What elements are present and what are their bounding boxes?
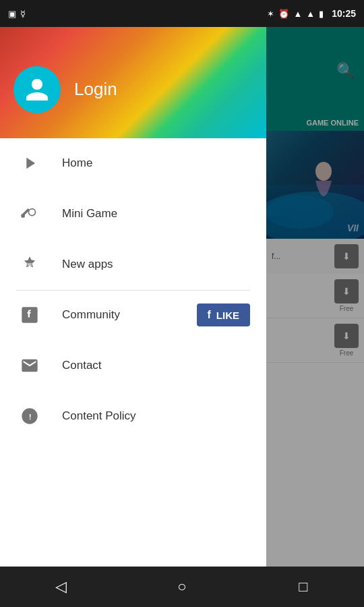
menu-item-home[interactable]: Home bbox=[0, 138, 266, 189]
menu-item-mini-game[interactable]: Mini Game bbox=[0, 189, 266, 239]
facebook-f-icon: f bbox=[208, 309, 211, 321]
back-button[interactable]: ◁ bbox=[40, 567, 81, 607]
alarm-icon: ⏰ bbox=[278, 9, 289, 19]
svg-text:NEW: NEW bbox=[28, 262, 36, 266]
menu-label-mini-game: Mini Game bbox=[62, 207, 250, 221]
side-drawer: Login Home bbox=[0, 27, 266, 580]
svg-point-4 bbox=[29, 210, 34, 215]
svg-text:!: ! bbox=[29, 412, 32, 421]
status-left-icons: ▣ ☿ bbox=[8, 9, 26, 19]
android-icon: ☿ bbox=[20, 9, 26, 19]
like-label: LIKE bbox=[216, 310, 239, 321]
menu-list: Home Mini Game bbox=[0, 138, 266, 580]
menu-label-community: Community bbox=[62, 308, 197, 322]
drawer-header: Login bbox=[0, 27, 266, 138]
menu-label-new-apps: New apps bbox=[62, 258, 250, 271]
menu-item-community[interactable]: Community f LIKE bbox=[0, 290, 266, 341]
menu-label-content-policy: Content Policy bbox=[62, 409, 250, 423]
svg-point-6 bbox=[21, 214, 25, 218]
bottom-nav: ◁ ○ □ bbox=[0, 567, 364, 607]
facebook-square-icon bbox=[16, 301, 43, 328]
home-button[interactable]: ○ bbox=[162, 567, 202, 607]
menu-item-new-apps[interactable]: NEW New apps bbox=[0, 239, 266, 290]
play-icon bbox=[16, 150, 43, 177]
status-bar: ▣ ☿ ✶ ⏰ ▲ ▲ ▮ 10:25 bbox=[0, 0, 364, 27]
info-icon: ! bbox=[16, 403, 43, 430]
status-time: 10:25 bbox=[332, 8, 356, 19]
menu-item-content-policy[interactable]: ! Content Policy bbox=[0, 391, 266, 442]
menu-item-contact[interactable]: Contact bbox=[0, 341, 266, 391]
signal-icon: ▲ bbox=[306, 9, 315, 19]
user-icon bbox=[24, 76, 51, 103]
main-content: 🔍 GAME ONLINE VII f... ⬇ ⬇ Free bbox=[0, 27, 364, 580]
login-label[interactable]: Login bbox=[74, 79, 117, 100]
screen-icon: ▣ bbox=[8, 9, 16, 19]
menu-label-contact: Contact bbox=[62, 359, 250, 372]
avatar bbox=[13, 66, 61, 113]
facebook-like-button[interactable]: f LIKE bbox=[197, 304, 251, 326]
wifi-icon: ▲ bbox=[293, 9, 302, 19]
dim-overlay bbox=[266, 27, 364, 580]
recents-button[interactable]: □ bbox=[283, 567, 324, 607]
battery-icon: ▮ bbox=[319, 9, 324, 19]
new-badge-icon: NEW bbox=[16, 251, 43, 278]
bluetooth-icon: ✶ bbox=[267, 9, 274, 19]
game-icon bbox=[16, 200, 43, 227]
email-icon bbox=[16, 352, 43, 379]
status-right-icons: ✶ ⏰ ▲ ▲ ▮ 10:25 bbox=[267, 8, 356, 19]
menu-label-home: Home bbox=[62, 156, 250, 170]
